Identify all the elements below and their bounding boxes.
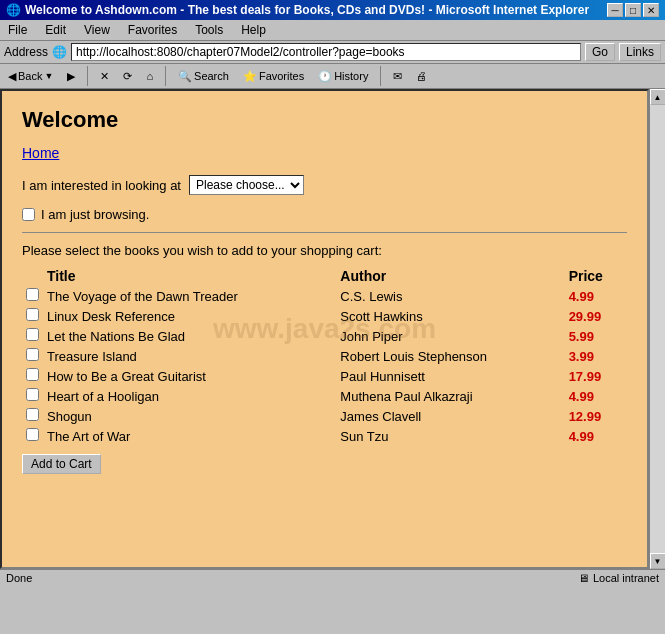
row-checkbox-2[interactable] bbox=[26, 328, 39, 341]
books-table: Title Author Price The Voyage of the Daw… bbox=[22, 266, 627, 446]
col-price: Price bbox=[565, 266, 627, 286]
row-checkbox-3[interactable] bbox=[26, 348, 39, 361]
scroll-track[interactable] bbox=[650, 105, 666, 553]
scroll-up-button[interactable]: ▲ bbox=[650, 89, 666, 105]
mail-button[interactable]: ✉ bbox=[389, 68, 406, 85]
refresh-button[interactable]: ⟳ bbox=[119, 68, 136, 85]
row-checkbox-cell[interactable] bbox=[22, 346, 43, 366]
row-author: John Piper bbox=[336, 326, 564, 346]
toolbar-separator-3 bbox=[380, 66, 381, 86]
browsing-checkbox[interactable] bbox=[22, 208, 35, 221]
stop-button[interactable]: ✕ bbox=[96, 68, 113, 85]
content-wrapper: www.java2s.com Welcome Home I am interes… bbox=[0, 89, 665, 569]
favorites-icon: ⭐ bbox=[243, 70, 257, 83]
table-row: The Voyage of the Dawn Treader C.S. Lewi… bbox=[22, 286, 627, 306]
close-button[interactable]: ✕ bbox=[643, 3, 659, 17]
address-bar: Address 🌐 Go Links bbox=[0, 41, 665, 64]
row-price: 4.99 bbox=[565, 286, 627, 306]
forward-icon: ▶ bbox=[67, 70, 75, 83]
row-title: Linux Desk Reference bbox=[43, 306, 336, 326]
menu-view[interactable]: View bbox=[80, 22, 114, 38]
row-author: Sun Tzu bbox=[336, 426, 564, 446]
row-checkbox-cell[interactable] bbox=[22, 286, 43, 306]
row-author: Scott Hawkins bbox=[336, 306, 564, 326]
history-label: History bbox=[334, 70, 368, 82]
row-price: 12.99 bbox=[565, 406, 627, 426]
row-checkbox-6[interactable] bbox=[26, 408, 39, 421]
browse-row: I am just browsing. bbox=[22, 207, 627, 222]
table-row: How to Be a Great Guitarist Paul Hunnise… bbox=[22, 366, 627, 386]
table-row: Linux Desk Reference Scott Hawkins 29.99 bbox=[22, 306, 627, 326]
history-button[interactable]: 🕐 History bbox=[314, 68, 372, 85]
row-checkbox-cell[interactable] bbox=[22, 306, 43, 326]
interest-label: I am interested in looking at bbox=[22, 178, 181, 193]
back-button[interactable]: ◀ Back ▼ bbox=[4, 68, 57, 85]
page-heading: Welcome bbox=[22, 107, 627, 133]
back-dropdown-icon: ▼ bbox=[44, 71, 53, 81]
row-title: Let the Nations Be Glad bbox=[43, 326, 336, 346]
zone-label: Local intranet bbox=[593, 572, 659, 584]
status-text: Done bbox=[6, 572, 32, 584]
col-title: Title bbox=[43, 266, 336, 286]
search-label: Search bbox=[194, 70, 229, 82]
row-title: How to Be a Great Guitarist bbox=[43, 366, 336, 386]
row-price: 5.99 bbox=[565, 326, 627, 346]
row-price: 4.99 bbox=[565, 386, 627, 406]
interest-dropdown[interactable]: Please choose... bbox=[189, 175, 304, 195]
row-checkbox-cell[interactable] bbox=[22, 426, 43, 446]
row-checkbox-cell[interactable] bbox=[22, 406, 43, 426]
favorites-label: Favorites bbox=[259, 70, 304, 82]
browser-content: www.java2s.com Welcome Home I am interes… bbox=[0, 89, 649, 569]
row-checkbox-5[interactable] bbox=[26, 388, 39, 401]
address-input[interactable] bbox=[71, 43, 581, 61]
window-title: Welcome to Ashdown.com - The best deals … bbox=[25, 3, 589, 17]
row-checkbox-7[interactable] bbox=[26, 428, 39, 441]
row-price: 4.99 bbox=[565, 426, 627, 446]
table-row: Let the Nations Be Glad John Piper 5.99 bbox=[22, 326, 627, 346]
row-checkbox-cell[interactable] bbox=[22, 366, 43, 386]
search-icon: 🔍 bbox=[178, 70, 192, 83]
favorites-button[interactable]: ⭐ Favorites bbox=[239, 68, 308, 85]
back-icon: ◀ bbox=[8, 70, 16, 83]
instructions: Please select the books you wish to add … bbox=[22, 243, 627, 258]
row-checkbox-0[interactable] bbox=[26, 288, 39, 301]
back-label: Back bbox=[18, 70, 42, 82]
table-row: Treasure Island Robert Louis Stephenson … bbox=[22, 346, 627, 366]
table-row: Shogun James Clavell 12.99 bbox=[22, 406, 627, 426]
row-price: 29.99 bbox=[565, 306, 627, 326]
row-checkbox-4[interactable] bbox=[26, 368, 39, 381]
print-button[interactable]: 🖨 bbox=[412, 68, 431, 84]
add-to-cart-button[interactable]: Add to Cart bbox=[22, 454, 101, 474]
menu-tools[interactable]: Tools bbox=[191, 22, 227, 38]
links-button[interactable]: Links bbox=[619, 43, 661, 61]
row-title: Shogun bbox=[43, 406, 336, 426]
row-title: Heart of a Hooligan bbox=[43, 386, 336, 406]
scrollbar[interactable]: ▲ ▼ bbox=[649, 89, 665, 569]
row-checkbox-cell[interactable] bbox=[22, 326, 43, 346]
table-row: The Art of War Sun Tzu 4.99 bbox=[22, 426, 627, 446]
maximize-button[interactable]: □ bbox=[625, 3, 641, 17]
stop-icon: ✕ bbox=[100, 70, 109, 83]
menu-edit[interactable]: Edit bbox=[41, 22, 70, 38]
browser-icon: 🌐 bbox=[6, 3, 21, 17]
history-icon: 🕐 bbox=[318, 70, 332, 83]
mail-icon: ✉ bbox=[393, 70, 402, 83]
minimize-button[interactable]: ─ bbox=[607, 3, 623, 17]
menu-favorites[interactable]: Favorites bbox=[124, 22, 181, 38]
forward-button[interactable]: ▶ bbox=[63, 68, 79, 85]
home-button[interactable]: ⌂ bbox=[142, 68, 157, 84]
row-checkbox-1[interactable] bbox=[26, 308, 39, 321]
zone-icon: 🖥 bbox=[578, 572, 589, 584]
home-link[interactable]: Home bbox=[22, 145, 59, 161]
row-title: The Voyage of the Dawn Treader bbox=[43, 286, 336, 306]
menu-file[interactable]: File bbox=[4, 22, 31, 38]
col-check bbox=[22, 266, 43, 286]
go-button[interactable]: Go bbox=[585, 43, 615, 61]
row-checkbox-cell[interactable] bbox=[22, 386, 43, 406]
scroll-down-button[interactable]: ▼ bbox=[650, 553, 666, 569]
search-button[interactable]: 🔍 Search bbox=[174, 68, 233, 85]
refresh-icon: ⟳ bbox=[123, 70, 132, 83]
toolbar-separator-1 bbox=[87, 66, 88, 86]
menu-help[interactable]: Help bbox=[237, 22, 270, 38]
row-price: 3.99 bbox=[565, 346, 627, 366]
